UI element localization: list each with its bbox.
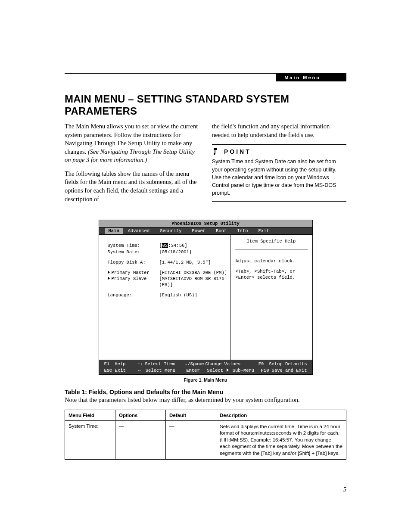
bios-tab-main[interactable]: Main — [105, 228, 123, 234]
bios-language-value[interactable]: [English (US)] — [159, 292, 227, 298]
point-icon — [212, 147, 221, 156]
triangle-right-icon — [108, 271, 110, 274]
key-f9: F9 — [258, 361, 269, 367]
bios-help-title: Item Specific Help — [235, 238, 308, 249]
intro-columns: The Main Menu allows you to set or view … — [65, 122, 346, 208]
table-row: System Time: — — Sets and displays the c… — [65, 420, 346, 460]
footer-exit: Exit — [115, 367, 138, 373]
bios-system-time-value[interactable]: [02:34:56] — [159, 243, 227, 249]
point-callout: POINT System Time and System Date can al… — [212, 144, 346, 202]
bios-language-label: Language: — [108, 292, 159, 298]
th-options: Options — [115, 410, 166, 420]
table-note: Note that the parameters listed below ma… — [65, 396, 346, 404]
header-rule: Main Menu — [65, 73, 346, 74]
td-description: Sets and displays the current time. Time… — [216, 420, 346, 460]
th-default: Default — [166, 410, 216, 420]
bios-help-line1: Adjust calendar clock. — [236, 258, 307, 264]
footer-select-submenu: Select Sub-Menu — [207, 367, 261, 373]
bios-primary-master-value: [HITACHI DK23BA-20E-(PM)] — [159, 270, 227, 276]
page-number: 5 — [343, 486, 346, 493]
bios-system-date-value[interactable]: [05/18/2001] — [159, 249, 227, 255]
key-minus-space: -/Space — [185, 361, 205, 367]
td-options: — — [115, 420, 166, 460]
bios-system-date-label: System Date: — [108, 249, 159, 255]
intro-p3: the field's function and any special inf… — [212, 122, 346, 139]
bios-floppy-value[interactable]: [1.44/1.2 MB, 3.5"] — [159, 259, 227, 265]
footer-help: Help — [115, 361, 137, 367]
td-menu-field: System Time: — [65, 420, 115, 460]
figure-caption: Figure 1. Main Menu — [65, 377, 346, 383]
fields-table: Menu Field Options Default Description S… — [65, 410, 346, 460]
bios-tab-exit[interactable]: Exit — [253, 228, 274, 234]
table-title: Table 1: Fields, Options and Defaults fo… — [65, 389, 346, 395]
bios-menu-bar: Main Advanced Security Power Boot Info E… — [99, 227, 312, 235]
bios-primary-master-label[interactable]: Primary Master — [108, 270, 159, 276]
footer-setup-defaults: Setup Defaults — [269, 361, 307, 367]
bios-tab-power[interactable]: Power — [187, 228, 211, 234]
td-default: — — [166, 420, 216, 460]
arrows-leftright-icon — [138, 367, 145, 373]
bios-screenshot: PhoenixBIOS Setup Utility Main Advanced … — [99, 220, 313, 375]
bios-tab-info[interactable]: Info — [232, 228, 253, 234]
bios-main-panel: System Time: [02:34:56] System Date: [05… — [99, 235, 230, 360]
bios-tab-advanced[interactable]: Advanced — [123, 228, 155, 234]
bios-help-line2: <Tab>, <Shift-Tab>, or <Enter> selects f… — [236, 268, 307, 280]
bios-tab-security[interactable]: Security — [155, 228, 187, 234]
page-title: MAIN MENU – SETTING STANDARD SYSTEM PARA… — [65, 93, 346, 117]
bios-title: PhoenixBIOS Setup Utility — [99, 220, 312, 227]
bios-footer: F1Help Select Item -/SpaceChange Values … — [99, 360, 312, 374]
bios-primary-slave-label[interactable]: Primary Slave — [108, 276, 159, 288]
key-f1: F1 — [104, 361, 115, 367]
triangle-right-icon — [108, 277, 110, 280]
key-f10: F10 — [261, 367, 272, 373]
bios-help-panel: Item Specific Help Adjust calendar clock… — [230, 235, 312, 360]
key-enter: Enter — [186, 367, 207, 373]
point-text: System Time and System Date can also be … — [212, 158, 346, 197]
header-section-tab: Main Menu — [276, 74, 346, 81]
th-description: Description — [216, 410, 346, 420]
footer-save-exit: Save and Exit — [272, 367, 307, 373]
intro-p2: The following tables show the names of t… — [65, 170, 199, 203]
point-label: POINT — [224, 147, 251, 156]
key-esc: ESC — [104, 367, 115, 373]
bios-floppy-label: Floppy Disk A: — [108, 259, 159, 265]
triangle-right-icon — [227, 368, 229, 372]
bios-system-time-label: System Time: — [108, 243, 159, 249]
bios-primary-slave-value: [MATSHITADVD-ROM SR-8175-(PS)] — [159, 276, 227, 288]
footer-change-values: Change Values — [205, 361, 258, 367]
th-menu-field: Menu Field — [65, 410, 115, 420]
bios-tab-boot[interactable]: Boot — [211, 228, 232, 234]
arrows-updown-icon — [137, 361, 145, 367]
footer-select-menu: Select Menu — [146, 367, 186, 373]
footer-select-item: Select Item — [145, 361, 185, 367]
